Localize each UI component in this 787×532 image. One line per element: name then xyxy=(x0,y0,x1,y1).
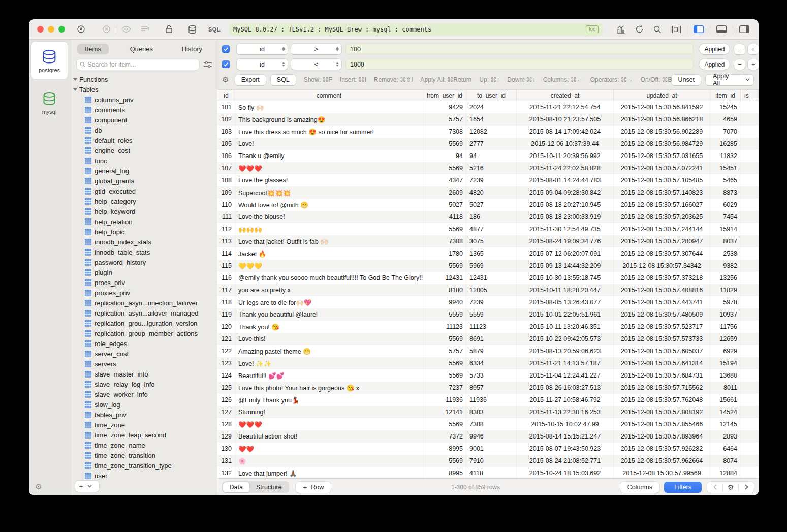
cell-from_user_id[interactable]: 94 xyxy=(423,150,466,162)
sidebar-item-table-replication_group_member_actions[interactable]: replication_group_member_actions xyxy=(70,328,217,338)
sql-editor-button[interactable]: SQL xyxy=(207,23,222,36)
cell-comment[interactable]: 🌸 xyxy=(235,455,423,467)
cell-updated_at[interactable]: 2015-12-08 15:30:57.523717 xyxy=(614,321,710,333)
cell-to_user_id[interactable]: 12005 xyxy=(466,284,517,296)
table-row[interactable]: 126@Emily Thank you💃🏾11936119362015-11-2… xyxy=(217,394,759,406)
cell-updated_at[interactable]: 2015-12-08 15:30:57.280947 xyxy=(614,235,710,247)
cell-is_[interactable] xyxy=(741,162,759,174)
table-row[interactable]: 127Stunning!1214183032015-11-13 22:30:16… xyxy=(217,406,759,418)
table-row[interactable]: 103Love this dress so much 😍 so nice for… xyxy=(217,126,759,138)
cell-to_user_id[interactable]: 8691 xyxy=(466,333,517,345)
cell-id[interactable]: 103 xyxy=(217,126,235,138)
cell-updated_at[interactable]: 2015-12-08 15:30:56.984729 xyxy=(614,138,710,150)
cell-is_[interactable] xyxy=(741,223,759,235)
sidebar-item-table-role_edges[interactable]: role_edges xyxy=(70,338,217,349)
cell-updated_at[interactable]: 2015-12-08 15:30:57.808192 xyxy=(614,406,710,418)
sidebar-item-table-slave_master_info[interactable]: slave_master_info xyxy=(70,369,217,379)
cell-to_user_id[interactable]: 12431 xyxy=(466,272,517,284)
filter-applied-badge[interactable]: Applied xyxy=(699,44,730,54)
sidebar-item-table-help_category[interactable]: help_category xyxy=(70,196,217,206)
cell-to_user_id[interactable]: 9946 xyxy=(466,430,517,443)
cell-id[interactable]: 119 xyxy=(217,308,235,321)
cell-item_id[interactable]: 14524 xyxy=(710,406,741,418)
sidebar-item-table-time_zone[interactable]: time_zone xyxy=(70,420,217,430)
cell-from_user_id[interactable]: 8995 xyxy=(423,443,466,455)
cell-to_user_id[interactable]: 7239 xyxy=(466,174,517,186)
table-row[interactable]: 122Amazing pastel theme 😁575758792015-08… xyxy=(217,345,759,357)
cell-comment[interactable]: Supercool💥💥💥 xyxy=(235,186,423,199)
cell-created_at[interactable]: 2015-11-24 22:02:58.828 xyxy=(517,162,614,174)
table-row[interactable]: 116@emily thank you soooo much beautiful… xyxy=(217,272,759,284)
cell-from_user_id[interactable]: 8995 xyxy=(423,467,466,478)
cell-id[interactable]: 121 xyxy=(217,333,235,345)
database-icon[interactable] xyxy=(184,23,200,36)
cell-to_user_id[interactable]: 4118 xyxy=(466,467,517,478)
cell-to_user_id[interactable]: 2777 xyxy=(466,138,517,150)
cell-created_at[interactable]: 2015-08-24 21:08:52.771 xyxy=(517,455,614,467)
filter-field-select[interactable]: id xyxy=(237,44,288,54)
cell-from_user_id[interactable]: 7308 xyxy=(423,126,466,138)
cell-id[interactable]: 116 xyxy=(217,272,235,284)
cell-comment[interactable]: 🙌🙌🙌 xyxy=(235,223,423,235)
cell-updated_at[interactable]: 2015-12-08 15:30:57.962664 xyxy=(614,455,710,467)
cell-created_at[interactable]: 2015-11-30 12:54:49.735 xyxy=(517,223,614,235)
table-row[interactable]: 129Beautiful action shot!737299462015-08… xyxy=(217,430,759,443)
cell-updated_at[interactable]: 2015-12-08 15:30:57.307644 xyxy=(614,247,710,260)
tree-group-functions[interactable]: Functions xyxy=(70,74,217,84)
cell-updated_at[interactable]: 2015-12-08 15:30:57.34342 xyxy=(614,260,710,272)
filter-operator-select[interactable]: < xyxy=(291,59,341,70)
cell-updated_at[interactable]: 2015-12-08 15:30:57.480509 xyxy=(614,308,710,321)
cell-from_user_id[interactable]: 7237 xyxy=(423,382,466,394)
filter-value-input[interactable] xyxy=(345,44,694,54)
cell-is_[interactable] xyxy=(741,199,759,211)
column-header-is_[interactable]: is_ xyxy=(741,90,759,101)
table-row[interactable]: 101So fly 🙌🏻942920242015-11-21 22:12:54.… xyxy=(217,101,759,113)
sidebar-item-table-replication_asyn...nnection_failover[interactable]: replication_asyn...nnection_failover xyxy=(70,298,217,308)
cell-id[interactable]: 115 xyxy=(217,260,235,272)
cell-is_[interactable] xyxy=(741,443,759,455)
cell-item_id[interactable]: 11829 xyxy=(710,284,741,296)
cell-id[interactable]: 107 xyxy=(217,162,235,174)
cell-updated_at[interactable]: 2015-12-08 15:30:57.140823 xyxy=(614,186,710,199)
cell-comment[interactable]: Love this photo! Your hair is gorgeous 😘… xyxy=(235,382,423,394)
cell-from_user_id[interactable]: 11123 xyxy=(423,321,466,333)
column-header-to_user_id[interactable]: to_user_id xyxy=(466,90,517,101)
sidebar-item-table-innodb_index_stats[interactable]: innodb_index_stats xyxy=(70,237,217,247)
cell-id[interactable]: 125 xyxy=(217,382,235,394)
toggle-bottom-panel-icon[interactable] xyxy=(712,23,731,36)
previous-page-button[interactable] xyxy=(707,484,722,490)
cell-created_at[interactable]: 2015-11-21 22:12:54.754 xyxy=(517,101,614,113)
table-row[interactable]: 108Love the glasses!434772392015-08-01 1… xyxy=(217,174,759,186)
tab-history[interactable]: History xyxy=(174,44,210,54)
export-button[interactable]: Export xyxy=(235,75,266,85)
cell-is_[interactable] xyxy=(741,150,759,162)
cell-to_user_id[interactable]: 7308 xyxy=(466,418,517,430)
cell-to_user_id[interactable]: 8303 xyxy=(466,406,517,418)
cell-updated_at[interactable]: 2015-12-08 15:30:57.715562 xyxy=(614,382,710,394)
cell-is_[interactable] xyxy=(741,467,759,478)
item-search-field[interactable] xyxy=(76,59,200,70)
cell-item_id[interactable]: 8011 xyxy=(710,382,741,394)
cell-from_user_id[interactable]: 5569 xyxy=(423,260,466,272)
cell-comment[interactable]: Thank you! 😘 xyxy=(235,321,423,333)
sidebar-item-table-procs_priv[interactable]: procs_priv xyxy=(70,277,217,288)
filter-field-select[interactable]: id xyxy=(237,59,288,70)
sidebar-item-table-innodb_table_stats[interactable]: innodb_table_stats xyxy=(70,247,217,257)
cell-is_[interactable] xyxy=(741,418,759,430)
cell-updated_at[interactable]: 2015-12-08 15:30:57.105485 xyxy=(614,174,710,186)
cell-comment[interactable]: Love the glasses! xyxy=(235,174,423,186)
cell-updated_at[interactable]: 2015-12-08 15:30:56.841592 xyxy=(614,101,710,113)
cell-to_user_id[interactable]: 1654 xyxy=(466,113,517,126)
cell-from_user_id[interactable]: 4347 xyxy=(423,174,466,186)
cell-comment[interactable]: Love! ✨✨ xyxy=(235,357,423,369)
cell-item_id[interactable]: 13256 xyxy=(710,272,741,284)
sidebar-item-table-password_history[interactable]: password_history xyxy=(70,257,217,267)
cell-comment[interactable]: Stunning! xyxy=(235,406,423,418)
cell-from_user_id[interactable]: 11936 xyxy=(423,394,466,406)
cell-item_id[interactable]: 11756 xyxy=(710,321,741,333)
cell-updated_at[interactable]: 2015-12-08 15:30:56.902289 xyxy=(614,126,710,138)
cell-from_user_id[interactable]: 12141 xyxy=(423,406,466,418)
zoom-window-button[interactable] xyxy=(58,26,65,33)
remove-filter-button[interactable]: − xyxy=(734,59,745,70)
cell-updated_at[interactable]: 2015-12-08 15:30:57.99569 xyxy=(614,467,710,478)
